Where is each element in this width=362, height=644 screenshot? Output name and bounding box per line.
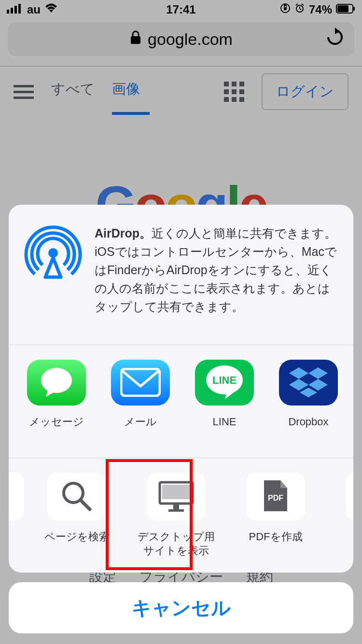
share-action-create-pdf[interactable]: PDF PDFを作成 bbox=[237, 473, 315, 555]
airdrop-description: AirDrop。近くの人と簡単に共有できます。iOSではコントロールセンターから… bbox=[95, 224, 338, 316]
pdf-icon: PDF bbox=[262, 479, 289, 513]
svg-rect-30 bbox=[168, 509, 184, 512]
svg-marker-23 bbox=[308, 379, 328, 391]
svg-text:PDF: PDF bbox=[268, 494, 283, 502]
share-app-line[interactable]: LINE LINE bbox=[193, 360, 256, 440]
share-action-label: デスクトップ用 サイトを表示 bbox=[138, 530, 215, 555]
share-action-partial[interactable]: に bbox=[11, 473, 27, 555]
share-action-request-desktop[interactable]: デスクトップ用 サイトを表示 bbox=[137, 473, 215, 555]
svg-marker-20 bbox=[289, 367, 308, 379]
airdrop-title: AirDrop。 bbox=[95, 226, 152, 240]
svg-line-26 bbox=[81, 501, 90, 509]
svg-rect-17 bbox=[121, 369, 160, 396]
svg-point-16 bbox=[41, 368, 72, 393]
share-action-find-on-page[interactable]: ページを検索 bbox=[38, 473, 116, 555]
svg-rect-29 bbox=[173, 504, 179, 509]
share-app-label: Dropbox bbox=[288, 415, 328, 440]
share-app-label: メール bbox=[124, 415, 157, 440]
share-action-label: ページを検索 bbox=[44, 530, 110, 555]
svg-marker-22 bbox=[289, 379, 308, 391]
share-app-messages[interactable]: メッセージ bbox=[25, 360, 88, 440]
share-actions-row: に ページを検索 デスクトップ用 サイトを表示 PDF PDFを作成 その他 bbox=[9, 458, 353, 573]
share-app-mail[interactable]: メール bbox=[109, 360, 172, 440]
share-app-label: LINE bbox=[213, 415, 237, 440]
desktop-icon bbox=[158, 480, 195, 512]
svg-marker-24 bbox=[300, 388, 317, 397]
share-apps-row: メッセージ メール LINE LINE Dropbox bbox=[9, 345, 353, 458]
svg-text:LINE: LINE bbox=[212, 374, 237, 386]
cancel-button[interactable]: キャンセル bbox=[9, 582, 353, 633]
search-icon bbox=[60, 479, 94, 513]
share-app-dropbox[interactable]: Dropbox bbox=[277, 360, 340, 440]
share-app-label: メッセージ bbox=[29, 415, 84, 440]
share-sheet: AirDrop。近くの人と簡単に共有できます。iOSではコントロールセンターから… bbox=[9, 205, 353, 573]
svg-marker-21 bbox=[308, 367, 328, 379]
airdrop-icon bbox=[24, 224, 82, 282]
airdrop-section[interactable]: AirDrop。近くの人と簡単に共有できます。iOSではコントロールセンターから… bbox=[9, 205, 353, 345]
share-action-more[interactable]: その他 bbox=[336, 473, 353, 555]
svg-rect-28 bbox=[162, 485, 190, 499]
cancel-label: キャンセル bbox=[132, 595, 231, 621]
share-action-label: PDFを作成 bbox=[249, 530, 303, 555]
